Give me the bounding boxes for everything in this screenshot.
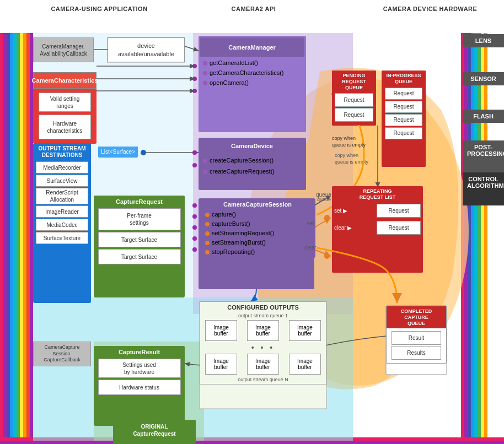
svg-point-58 <box>192 247 197 252</box>
svg-rect-8 <box>26 33 30 444</box>
repeating-set-row: set ▶ Request <box>334 204 421 218</box>
svg-rect-10 <box>461 33 464 444</box>
inprogress-request-3: Request <box>385 114 422 126</box>
svg-rect-15 <box>478 33 481 444</box>
clear-text: clear <box>304 242 317 254</box>
in-progress-queue-label: IN-PROGRESSQUEUE <box>383 73 425 85</box>
set-clear-labels: set - clear <box>304 218 317 254</box>
method-getCameraIdList: getCameraIdList() <box>203 59 283 66</box>
list-surface-box: List<Surface> <box>98 147 138 156</box>
copy-when-empty: copy whenqueue is empty <box>332 136 382 148</box>
svg-point-57 <box>192 236 197 241</box>
media-recorder-item: MediaRecorder <box>36 161 88 174</box>
camera-characteristics-box: CameraCharacteristics <box>33 72 96 89</box>
svg-rect-7 <box>23 33 26 444</box>
svg-rect-2 <box>7 33 10 444</box>
svg-rect-14 <box>474 33 478 444</box>
capture-session-methods: capture() captureBurst() setStreamingReq… <box>202 211 313 255</box>
output-stream-destinations: OUTPUT STREAMDESTINATIONS MediaRecorder … <box>33 143 91 247</box>
buffers-row2: Imagebuffer Imagebuffer Imagebuffer <box>200 354 326 375</box>
clear-label: clear ▶ <box>334 225 352 231</box>
repeating-request-2: Request <box>377 221 421 235</box>
stream1-label: output stream queue 1 <box>200 313 326 318</box>
target-surface-2-box: Target Surface <box>98 249 181 264</box>
method-capture: capture() <box>205 211 313 218</box>
svg-rect-16 <box>481 33 484 444</box>
separator: - <box>304 230 317 242</box>
svg-text:copy when: copy when <box>335 153 358 158</box>
svg-rect-4 <box>13 33 17 444</box>
hw-label-flash: FLASH <box>463 110 504 123</box>
col-header-hw: CAMERA DEVICE HARDWARE <box>375 6 485 12</box>
hardware-status-box: Hardware status <box>98 380 181 395</box>
capture-request-label: CaptureRequest <box>96 198 182 205</box>
availability-callback-box: CameraManager.AvailabilityCallback <box>33 37 94 62</box>
img-buf-1: Imagebuffer <box>205 320 237 341</box>
svg-rect-1 <box>3 33 7 444</box>
queue-text: queue <box>316 192 331 198</box>
img-buf-6: Imagebuffer <box>289 354 321 375</box>
completed-queue-label: COMPLETEDCAPTUREQUEUE <box>387 306 446 328</box>
svg-point-52 <box>192 150 197 155</box>
capture-result-label: CaptureResult <box>96 349 182 355</box>
render-script-item: RenderScriptAllocation <box>36 188 88 204</box>
streamN-label: output stream queue N <box>200 377 326 382</box>
col-header-api: CAMERA2 API <box>199 6 309 12</box>
device-available-box: deviceavailable/unavailable <box>108 37 185 62</box>
pending-request-1: Request <box>335 93 373 107</box>
svg-rect-5 <box>17 33 20 444</box>
method-captureBurst: captureBurst() <box>205 220 313 227</box>
camera-device-box: CameraDevice <box>200 138 304 154</box>
svg-line-59 <box>314 218 331 228</box>
repeating-list-label: REPEATINGREQUEST LIST <box>334 188 421 201</box>
repeating-request-list: REPEATINGREQUEST LIST set ▶ Request clea… <box>332 186 423 237</box>
svg-point-50 <box>141 150 146 155</box>
method-openCamera: openCamera() <box>203 79 283 86</box>
configured-outputs-box: CONFIGURED OUTPUTS output stream queue 1… <box>200 301 326 385</box>
surface-view-item: SurfaceView <box>36 175 88 187</box>
svg-rect-13 <box>471 33 474 444</box>
svg-point-56 <box>192 225 197 230</box>
set-text: set <box>304 218 317 230</box>
svg-rect-11 <box>464 33 468 444</box>
per-frame-settings-box: Per-framesettings <box>98 208 181 230</box>
in-progress-queue: IN-PROGRESSQUEUE Request Request Request… <box>382 71 426 143</box>
inprogress-request-1: Request <box>385 88 422 100</box>
original-capture-request-box: ORIGINALCaptureRequest <box>113 420 196 441</box>
image-reader-item: ImageReader <box>36 205 88 218</box>
svg-rect-17 <box>484 33 487 444</box>
svg-point-43 <box>192 64 197 68</box>
surface-texture-item: SurfaceTexture <box>36 232 88 244</box>
configured-outputs-title: CONFIGURED OUTPUTS <box>200 304 326 311</box>
method-createCaptureSession: createCaptureSession() <box>203 157 275 164</box>
output-dest-label: OUTPUT STREAMDESTINATIONS <box>35 145 89 159</box>
camera-manager-box: CameraManager <box>200 37 304 57</box>
svg-point-54 <box>192 203 197 208</box>
img-buf-4: Imagebuffer <box>205 354 237 375</box>
svg-text:queue is empty: queue is empty <box>335 159 369 165</box>
camera-manager-methods: getCameraIdList() getCameraCharacteristi… <box>203 59 283 86</box>
svg-line-62 <box>314 250 331 256</box>
settings-used-by-hw-box: Settings usedby hardware <box>98 359 181 378</box>
buffers-row1: Imagebuffer Imagebuffer Imagebuffer <box>200 320 326 341</box>
method-stopRepeating: stopRepeating() <box>205 248 313 255</box>
completed-capture-queue: COMPLETEDCAPTUREQUEUE Result Results <box>386 306 447 364</box>
svg-rect-12 <box>468 33 471 444</box>
capture-callback-box: CameraCaptureSession.CaptureCallback <box>33 342 91 366</box>
svg-line-41 <box>185 46 199 51</box>
hw-label-sensor: SENSOR <box>463 72 504 85</box>
svg-point-45 <box>192 77 197 81</box>
img-buf-3: Imagebuffer <box>289 320 321 341</box>
set-label: set ▶ <box>334 208 347 214</box>
svg-rect-3 <box>10 33 13 444</box>
hw-label-lens: LENS <box>463 34 504 47</box>
svg-point-53 <box>192 163 197 167</box>
svg-point-55 <box>192 214 197 219</box>
method-setStreamingRequest: setStreamingRequest() <box>205 230 313 236</box>
capture-request-box: CaptureRequest Per-framesettings Target … <box>94 196 185 269</box>
svg-point-63 <box>324 253 330 259</box>
pending-request-queue: PENDINGREQUESTQUEUE Request Request <box>332 71 376 125</box>
svg-rect-18 <box>0 437 504 441</box>
svg-rect-0 <box>0 33 3 444</box>
completed-result-2: Results <box>392 346 441 360</box>
